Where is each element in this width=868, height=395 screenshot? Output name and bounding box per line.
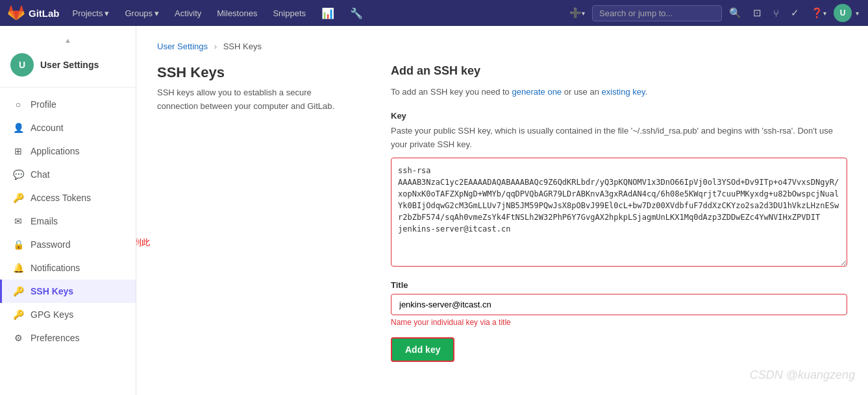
sidebar-label-emails: Emails (31, 216, 58, 226)
title-input[interactable] (391, 294, 847, 315)
lock-icon: 🔒 (12, 239, 24, 250)
left-column: SSH Keys SSH keys allow you to establish… (157, 64, 352, 362)
sidebar-item-applications[interactable]: ⊞ Applications (0, 139, 136, 163)
sidebar-item-preferences[interactable]: ⚙ Preferences (0, 326, 136, 350)
sidebar-label-profile: Profile (31, 99, 56, 110)
sidebar-item-access-tokens[interactable]: 🔑 Access Tokens (0, 186, 136, 209)
sidebar-label-preferences: Preferences (31, 333, 79, 343)
annotation-text: 复制jenkins服务器上的公钥粘贴到此 (136, 237, 150, 248)
sidebar-label-ssh-keys: SSH Keys (31, 286, 73, 296)
user-avatar[interactable]: U (834, 4, 852, 22)
todos-icon[interactable]: ✓ (786, 0, 804, 26)
nav-wrench-icon[interactable]: 🔧 (345, 0, 368, 26)
title-hint: Name your individual key via a title (391, 318, 847, 327)
sidebar-item-ssh-keys[interactable]: 🔑 SSH Keys (0, 280, 136, 303)
plus-dropdown-btn[interactable]: ➕ ▾ (565, 0, 589, 26)
breadcrumb-current: SSH Keys (223, 42, 262, 51)
existing-key-link[interactable]: existing key (602, 87, 645, 97)
search-icon-btn[interactable]: 🔍 (725, 0, 746, 26)
sidebar-user-avatar: U (10, 53, 34, 77)
sidebar: ▲ U User Settings ○ Profile 👤 Account ⊞ … (0, 26, 136, 395)
email-icon: ✉ (12, 216, 24, 226)
grid-icon: ⊞ (12, 146, 24, 156)
ssh-key-textarea[interactable]: ssh-rsa AAAAB3NzaC1yc2EAAAADAQABAAABAQc9… (391, 158, 847, 267)
sidebar-label-account: Account (31, 123, 64, 133)
scroll-up-indicator: ▲ (0, 34, 136, 47)
key-description: Paste your public SSH key, which is usua… (391, 125, 847, 152)
user-icon: 👤 (12, 123, 24, 133)
sidebar-item-emails[interactable]: ✉ Emails (0, 209, 136, 233)
generate-key-link[interactable]: generate one (512, 87, 562, 97)
page-description: SSH keys allow you to establish a secure… (157, 86, 352, 114)
person-icon: ○ (12, 99, 24, 110)
nav-chart-icon[interactable]: 📊 (316, 0, 340, 26)
top-navbar: GitLab Projects ▾ Groups ▾ Activity Mile… (0, 0, 868, 26)
chat-icon: 💬 (12, 169, 24, 180)
global-search-input[interactable] (592, 5, 722, 21)
sidebar-item-profile[interactable]: ○ Profile (0, 93, 136, 116)
breadcrumb-parent-link[interactable]: User Settings (157, 42, 208, 51)
add-ssh-key-title: Add an SSH key (391, 64, 847, 78)
sidebar-item-password[interactable]: 🔒 Password (0, 233, 136, 256)
key-label: Key (391, 111, 847, 121)
ssh-key-icon: 🔑 (12, 286, 24, 296)
page-title: SSH Keys (157, 64, 352, 81)
breadcrumb-separator: › (214, 42, 217, 51)
navbar-right: ➕ ▾ 🔍 ⊡ ⑂ ✓ ❓ ▾ U ▾ (565, 0, 860, 26)
sidebar-item-account[interactable]: 👤 Account (0, 116, 136, 139)
sidebar-label-password: Password (31, 239, 70, 250)
sidebar-label-access-tokens: Access Tokens (31, 193, 91, 203)
brand-logo[interactable]: GitLab (8, 5, 60, 21)
sidebar-item-gpg-keys[interactable]: 🔑 GPG Keys (0, 303, 136, 326)
right-column: Add an SSH key To add an SSH key you nee… (391, 64, 847, 362)
sidebar-item-notifications[interactable]: 🔔 Notifications (0, 256, 136, 280)
sidebar-header: U User Settings (0, 47, 136, 88)
sidebar-label-applications: Applications (31, 146, 80, 156)
add-key-button[interactable]: Add key (391, 337, 454, 362)
chevron-down-icon: ▾ (105, 8, 109, 18)
ssh-key-hint: To add an SSH key you need to generate o… (391, 86, 847, 99)
sidebar-label-gpg-keys: GPG Keys (31, 309, 73, 320)
bell-icon: 🔔 (12, 263, 24, 273)
page-wrapper: ▲ U User Settings ○ Profile 👤 Account ⊞ … (0, 26, 868, 395)
sidebar-title: User Settings (40, 60, 99, 70)
key-field-area: Key Paste your public SSH key, which is … (391, 111, 847, 269)
key-icon: 🔑 (12, 193, 24, 203)
main-content: User Settings › SSH Keys SSH Keys SSH ke… (136, 26, 868, 395)
title-field-area: Title Name your individual key via a tit… (391, 280, 847, 327)
sidebar-label-notifications: Notifications (31, 263, 80, 273)
nav-activity[interactable]: Activity (169, 0, 206, 26)
issues-icon[interactable]: ⊡ (749, 0, 766, 26)
title-label: Title (391, 280, 847, 290)
chevron-down-icon: ▾ (155, 8, 159, 18)
sidebar-item-chat[interactable]: 💬 Chat (0, 163, 136, 186)
nav-milestones[interactable]: Milestones (212, 0, 262, 26)
gear-icon: ⚙ (12, 333, 24, 343)
breadcrumb: User Settings › SSH Keys (157, 42, 847, 51)
nav-projects[interactable]: Projects ▾ (68, 0, 115, 26)
merge-requests-icon[interactable]: ⑂ (769, 0, 784, 26)
sidebar-label-chat: Chat (31, 169, 50, 180)
two-col-layout: SSH Keys SSH keys allow you to establish… (157, 64, 847, 362)
gpg-key-icon: 🔑 (12, 309, 24, 320)
nav-snippets[interactable]: Snippets (267, 0, 311, 26)
help-dropdown-btn[interactable]: ❓ ▾ (806, 0, 831, 26)
avatar-dropdown-icon[interactable]: ▾ (854, 0, 860, 26)
nav-groups[interactable]: Groups ▾ (119, 0, 164, 26)
